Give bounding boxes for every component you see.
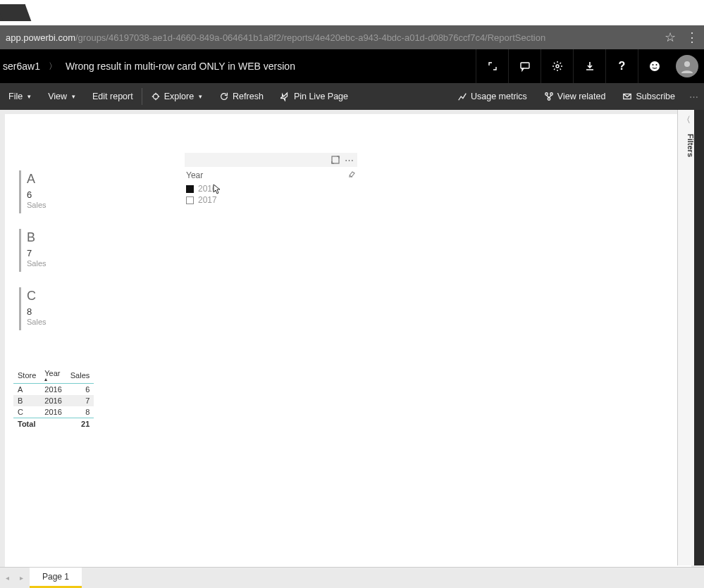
table-visual[interactable]: Store Year▴ Sales A 2016 6 B 2016 7 C xyxy=(13,368,94,430)
card-category: A xyxy=(27,172,47,187)
table-column-header[interactable]: Sales xyxy=(66,368,94,384)
page-tab[interactable]: Page 1 xyxy=(30,568,82,588)
sort-ascending-icon: ▴ xyxy=(44,377,61,382)
table-column-header[interactable]: Store xyxy=(13,368,40,384)
edit-report-button[interactable]: Edit report xyxy=(84,83,142,110)
svg-point-10 xyxy=(153,94,158,99)
focus-mode-icon[interactable] xyxy=(331,155,340,165)
file-menu[interactable]: File▾ xyxy=(0,83,39,110)
filters-label: Filters xyxy=(678,134,695,157)
fullscreen-icon[interactable] xyxy=(476,49,508,83)
address-bar[interactable]: app.powerbi.com/groups/46197038-ae1d-466… xyxy=(0,25,704,49)
help-icon[interactable]: ? xyxy=(605,49,638,83)
url-host: app.powerbi.com xyxy=(6,32,75,43)
table-row[interactable]: B 2016 7 xyxy=(13,395,94,406)
card-label: Sales xyxy=(27,201,47,209)
more-options-icon[interactable]: ⋯ xyxy=(345,155,354,165)
table-cell: 7 xyxy=(66,395,94,406)
table-cell: A xyxy=(13,384,40,396)
svg-point-13 xyxy=(548,98,550,101)
refresh-button[interactable]: Refresh xyxy=(211,83,272,110)
comments-icon[interactable] xyxy=(508,49,541,83)
table-cell: 2016 xyxy=(40,384,66,396)
slicer-option[interactable]: 2016 xyxy=(185,183,357,194)
table-cell: C xyxy=(13,406,40,418)
slicer-title: Year xyxy=(186,170,203,180)
table-row[interactable]: C 2016 8 xyxy=(13,406,94,418)
svg-rect-4 xyxy=(521,63,529,68)
subscribe-button[interactable]: Subscribe xyxy=(614,83,684,110)
report-canvas[interactable]: A 6 Sales B 7 Sales C 8 Sales ⋯ Year xyxy=(5,114,691,584)
download-icon[interactable] xyxy=(573,49,605,83)
card-value: 6 xyxy=(27,189,47,200)
usage-metrics-button[interactable]: Usage metrics xyxy=(449,83,536,110)
chevron-right-icon: 〉 xyxy=(49,61,57,73)
svg-point-8 xyxy=(655,64,657,65)
user-avatar[interactable] xyxy=(676,55,698,77)
svg-point-9 xyxy=(684,61,690,67)
svg-point-7 xyxy=(652,64,653,65)
table-cell: B xyxy=(13,395,40,406)
card-value: 7 xyxy=(27,248,47,258)
card-category: B xyxy=(27,230,47,245)
card-row: A 6 Sales xyxy=(19,170,47,213)
svg-point-12 xyxy=(550,93,553,96)
table-row[interactable]: A 2016 6 xyxy=(13,384,94,396)
slicer-visual[interactable]: ⋯ Year 2016 2017 xyxy=(185,153,357,206)
clear-selection-eraser-icon[interactable] xyxy=(347,170,356,180)
table-cell: 2016 xyxy=(40,395,66,406)
feedback-smiley-icon[interactable] xyxy=(638,49,670,83)
card-value: 8 xyxy=(27,306,47,317)
multi-row-card-visual[interactable]: A 6 Sales B 7 Sales C 8 Sales xyxy=(19,170,47,346)
table-cell: 8 xyxy=(66,406,94,418)
table-column-header[interactable]: Year▴ xyxy=(40,368,66,384)
table-total-value: 21 xyxy=(66,418,94,430)
svg-point-11 xyxy=(545,93,548,96)
browser-tab-strip xyxy=(0,0,704,25)
prev-page-button[interactable]: ◂ xyxy=(0,568,14,588)
card-row: B 7 Sales xyxy=(19,229,47,272)
browser-menu-icon[interactable]: ⋮ xyxy=(686,30,698,45)
breadcrumb-report-title: Wrong result in multi-row card ONLY in W… xyxy=(66,61,295,72)
view-menu[interactable]: View▾ xyxy=(39,83,84,110)
table-cell: 6 xyxy=(66,384,94,396)
slicer-option[interactable]: 2017 xyxy=(185,194,357,206)
table-total-label: Total xyxy=(13,418,40,430)
chevron-left-icon[interactable]: 〈 xyxy=(678,110,694,130)
settings-gear-icon[interactable] xyxy=(541,49,573,83)
vertical-scrollbar[interactable] xyxy=(694,110,704,565)
svg-point-6 xyxy=(650,61,660,71)
table-cell: 2016 xyxy=(40,406,66,418)
pin-live-page-button[interactable]: Pin Live Page xyxy=(272,83,357,110)
next-page-button[interactable]: ▸ xyxy=(14,568,28,588)
checkbox-unchecked-icon[interactable] xyxy=(186,196,194,204)
svg-point-5 xyxy=(556,65,559,68)
svg-rect-15 xyxy=(332,156,339,163)
breadcrumb-workspace[interactable]: ser6aw1 xyxy=(3,61,40,72)
card-row: C 8 Sales xyxy=(19,287,47,330)
toolbar-more-icon[interactable]: ⋯ xyxy=(684,92,704,102)
card-label: Sales xyxy=(27,259,47,268)
url-path: /groups/46197038-ae1d-4660-849a-064641b1… xyxy=(75,32,545,43)
card-label: Sales xyxy=(27,318,47,326)
slicer-option-label: 2016 xyxy=(198,184,217,194)
checkbox-checked-icon[interactable] xyxy=(186,185,194,193)
bookmark-star-icon[interactable]: ☆ xyxy=(665,30,676,45)
view-related-button[interactable]: View related xyxy=(536,83,615,110)
explore-menu[interactable]: Explore▾ xyxy=(142,83,211,110)
card-category: C xyxy=(27,289,47,304)
slicer-option-label: 2017 xyxy=(198,195,217,205)
filters-pane-collapsed[interactable]: 〈 Filters xyxy=(677,110,694,565)
